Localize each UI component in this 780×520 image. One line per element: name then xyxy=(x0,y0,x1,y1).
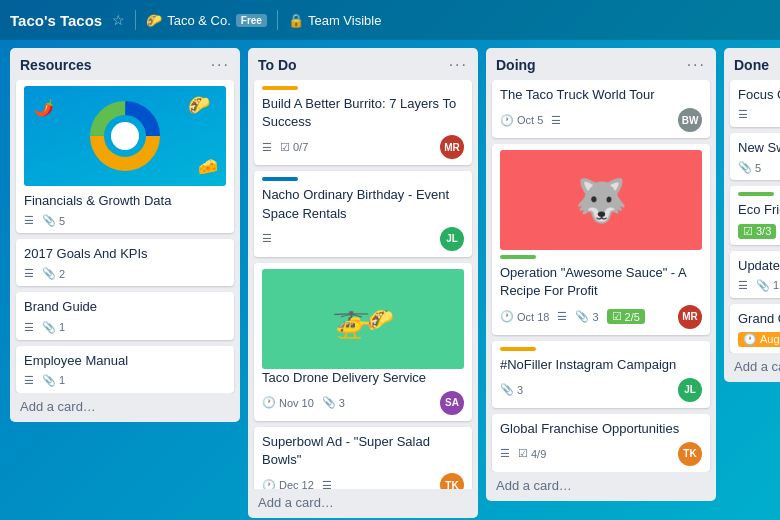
column-body-resources: 🌮 🧀 🌶️ Financials & Growth Data ☰ 📎 5 20… xyxy=(10,80,240,393)
paperclip-icon: 📎 3 xyxy=(575,310,598,323)
card-meta: 🕐 Dec 12 ☰ TK xyxy=(262,473,464,489)
visibility-label: Team Visible xyxy=(308,13,381,28)
paperclip-icon: 📎 3 xyxy=(322,396,345,409)
column-menu-icon[interactable] xyxy=(687,56,706,74)
card-goals[interactable]: 2017 Goals And KPIs ☰ 📎 2 xyxy=(16,239,234,286)
add-card-resources[interactable]: Add a card… xyxy=(10,393,240,422)
column-menu-icon[interactable] xyxy=(211,56,230,74)
card-franchise[interactable]: Global Franchise Opportunities ☰ ☑ 4/9 T… xyxy=(492,414,710,472)
lines-icon: ☰ xyxy=(500,447,510,460)
card-eco[interactable]: Eco Frie… ☑ 3/3 xyxy=(730,186,780,244)
card-burrito[interactable]: Build A Better Burrito: 7 Layers To Succ… xyxy=(254,80,472,165)
card-brand[interactable]: Brand Guide ☰ 📎 1 xyxy=(16,292,234,339)
card-meta: ☰ JL xyxy=(262,227,464,251)
card-meta: ☰ 📎 1 xyxy=(24,374,226,387)
date: 🕐 Oct 18 xyxy=(500,310,549,323)
checklist-badge: ☑ 2/5 xyxy=(607,309,645,324)
column-resources: Resources 🌮 🧀 🌶️ Financials xyxy=(10,48,240,422)
column-title: To Do xyxy=(258,57,297,73)
card-title: Superbowl Ad - "Super Salad Bowls" xyxy=(262,433,464,469)
column-title: Done xyxy=(734,57,769,73)
count: 📎 5 xyxy=(738,161,761,174)
card-new-swa[interactable]: New Swa… 📎 5 xyxy=(730,133,780,180)
wolf-image: 🐺 xyxy=(500,150,702,250)
card-meta: ☰ xyxy=(738,108,780,121)
column-title: Doing xyxy=(496,57,536,73)
lines-icon: ☰ xyxy=(322,479,332,489)
card-grand[interactable]: Grand Op… 🕐 Aug 1 xyxy=(730,304,780,353)
card-meta: ☑ 3/3 xyxy=(738,224,780,239)
svg-point-3 xyxy=(111,122,139,150)
lines-icon: ☰ xyxy=(557,310,567,323)
label-bar xyxy=(500,347,536,351)
header-divider xyxy=(135,10,136,30)
column-title: Resources xyxy=(20,57,92,73)
card-meta: ☰ ☑ 0/7 MR xyxy=(262,135,464,159)
card-title: Nacho Ordinary Birthday - Event Space Re… xyxy=(262,186,464,222)
date-badge-orange: 🕐 Aug 1 xyxy=(738,332,780,347)
org-icon: 🌮 xyxy=(146,13,162,28)
lock-icon: 🔒 xyxy=(288,13,304,28)
lines-icon: ☰ xyxy=(738,108,748,121)
card-title: Focus Gr… xyxy=(738,86,780,104)
lines-icon: ☰ xyxy=(262,232,272,245)
card-focus[interactable]: Focus Gr… ☰ xyxy=(730,80,780,127)
paperclip-icon: 📎 5 xyxy=(42,214,65,227)
card-awesome-sauce[interactable]: 🐺 Operation "Awesome Sauce" - A Recipe F… xyxy=(492,144,710,334)
count: 📎 1 xyxy=(756,279,779,292)
column-header-resources: Resources xyxy=(10,48,240,80)
add-card-doing[interactable]: Add a card… xyxy=(486,472,716,501)
column-menu-icon[interactable] xyxy=(449,56,468,74)
drone-image: 🚁 🌮 xyxy=(262,269,464,369)
card-meta: 🕐 Oct 5 ☰ BW xyxy=(500,108,702,132)
card-superbowl[interactable]: Superbowl Ad - "Super Salad Bowls" 🕐 Dec… xyxy=(254,427,472,489)
card-update[interactable]: Update Y… ☰ 📎 1 xyxy=(730,251,780,298)
label-bar xyxy=(262,177,298,181)
column-doing: Doing The Taco Truck World Tour 🕐 Oct 5 … xyxy=(486,48,716,501)
card-meta: 🕐 Oct 18 ☰ 📎 3 ☑ 2/5 MR xyxy=(500,305,702,329)
board-title[interactable]: Taco's Tacos xyxy=(10,12,102,29)
card-title: Global Franchise Opportunities xyxy=(500,420,702,438)
lines-icon: ☰ xyxy=(24,214,34,227)
avatar: TK xyxy=(440,473,464,489)
visibility-info[interactable]: 🔒 Team Visible xyxy=(288,13,381,28)
add-card-todo[interactable]: Add a card… xyxy=(248,489,478,518)
card-title: Financials & Growth Data xyxy=(24,192,226,210)
app-header: Taco's Tacos ☆ 🌮 Taco & Co. Free 🔒 Team … xyxy=(0,0,780,40)
avatar: MR xyxy=(440,135,464,159)
card-taco-tour[interactable]: The Taco Truck World Tour 🕐 Oct 5 ☰ BW xyxy=(492,80,710,138)
card-title: Build A Better Burrito: 7 Layers To Succ… xyxy=(262,95,464,131)
card-financials[interactable]: 🌮 🧀 🌶️ Financials & Growth Data ☰ 📎 5 xyxy=(16,80,234,233)
card-title: #NoFiller Instagram Campaign xyxy=(500,356,702,374)
lines-icon: ☰ xyxy=(24,321,34,334)
card-title: Taco Drone Delivery Service xyxy=(262,369,464,387)
lines-icon: ☰ xyxy=(738,279,748,292)
date: 🕐 Dec 12 xyxy=(262,479,314,489)
card-nacho[interactable]: Nacho Ordinary Birthday - Event Space Re… xyxy=(254,171,472,256)
checklist-badge-green: ☑ 3/3 xyxy=(738,224,776,239)
card-nofiller[interactable]: #NoFiller Instagram Campaign 📎 3 JL xyxy=(492,341,710,408)
star-icon[interactable]: ☆ xyxy=(112,12,125,28)
column-body-todo: Build A Better Burrito: 7 Layers To Succ… xyxy=(248,80,478,489)
paperclip-icon: 📎 2 xyxy=(42,267,65,280)
avatar: TK xyxy=(678,442,702,466)
lines-icon: ☰ xyxy=(24,374,34,387)
avatar: JL xyxy=(678,378,702,402)
avatar: MR xyxy=(678,305,702,329)
card-meta: 📎 5 xyxy=(738,161,780,174)
card-title: Grand Op… xyxy=(738,310,780,328)
card-employee[interactable]: Employee Manual ☰ 📎 1 xyxy=(16,346,234,393)
card-drone[interactable]: 🚁 🌮 Taco Drone Delivery Service 🕐 Nov 10… xyxy=(254,263,472,421)
column-done: Done Focus Gr… ☰ New Swa… 📎 5 Eco Fri xyxy=(724,48,780,382)
org-info: 🌮 Taco & Co. Free xyxy=(146,13,267,28)
column-body-doing: The Taco Truck World Tour 🕐 Oct 5 ☰ BW 🐺… xyxy=(486,80,716,472)
checklist: ☑ 4/9 xyxy=(518,447,546,460)
card-title: Employee Manual xyxy=(24,352,226,370)
date: 🕐 Nov 10 xyxy=(262,396,314,409)
column-header-doing: Doing xyxy=(486,48,716,80)
lines-icon: ☰ xyxy=(551,114,561,127)
card-meta: 🕐 Aug 1 xyxy=(738,332,780,347)
card-title: 2017 Goals And KPIs xyxy=(24,245,226,263)
add-card-done[interactable]: Add a car… xyxy=(724,353,780,382)
donut-chart: 🌮 🧀 🌶️ xyxy=(24,86,226,186)
